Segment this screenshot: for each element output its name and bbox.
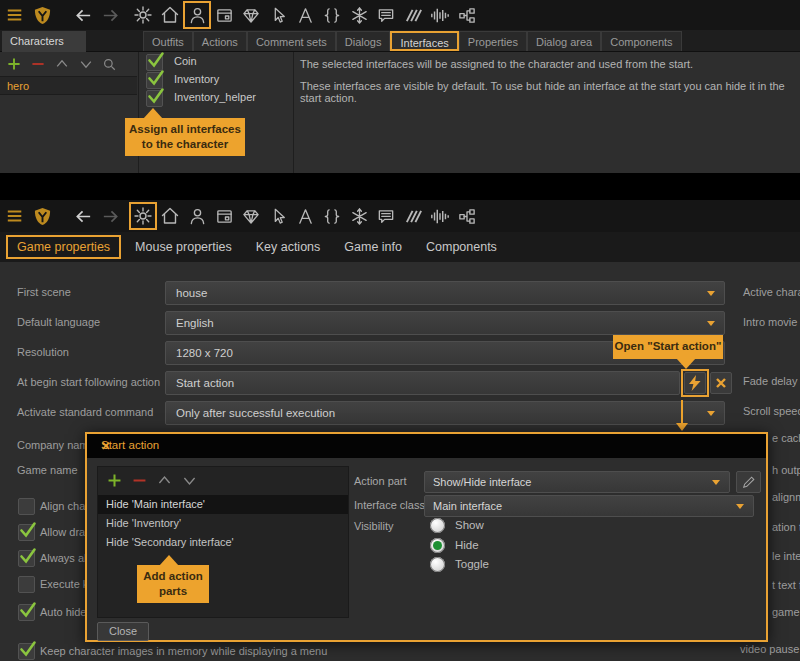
right-column-label-fragment: le intera xyxy=(772,550,800,562)
diamond-icon[interactable] xyxy=(241,5,261,25)
open-action-button[interactable] xyxy=(684,372,706,394)
tab-interfaces[interactable]: Interfaces xyxy=(390,31,458,51)
tab-components[interactable]: Components xyxy=(426,240,497,254)
radio-toggle[interactable] xyxy=(430,557,445,572)
forward-icon[interactable] xyxy=(100,206,120,226)
search-icon[interactable] xyxy=(102,57,117,76)
form-checkbox[interactable] xyxy=(18,604,35,621)
dialog-titlebar[interactable]: Start action ✕ xyxy=(87,434,766,458)
tab-outfits[interactable]: Outfits xyxy=(143,31,193,51)
dropdown-default-language[interactable]: English xyxy=(165,311,725,335)
lightning-icon xyxy=(688,375,702,391)
action-parts-panel: Hide 'Main interface'Hide 'Inventory'Hid… xyxy=(97,466,349,618)
gear-icon[interactable] xyxy=(133,5,153,25)
tab-components[interactable]: Components xyxy=(601,31,681,51)
tab-key-actions[interactable]: Key actions xyxy=(256,240,321,254)
pencil-icon xyxy=(742,475,756,489)
checkbox-label: Keep character images in memory while di… xyxy=(40,645,327,657)
right-column-label-fragment: e cache xyxy=(772,432,800,444)
window-icon[interactable] xyxy=(214,5,234,25)
right-column-label-fragment: game sc xyxy=(772,606,800,618)
snowflake-icon[interactable] xyxy=(349,5,369,25)
interface-row[interactable]: Inventory xyxy=(146,71,291,88)
diamond-icon[interactable] xyxy=(241,206,261,226)
waveform-icon[interactable] xyxy=(430,5,450,25)
radio-show[interactable] xyxy=(430,518,445,533)
interface-checkbox[interactable] xyxy=(146,90,163,107)
menu-icon[interactable] xyxy=(5,206,25,226)
action-part-dropdown[interactable]: Show/Hide interface xyxy=(424,471,730,493)
tab-dialogs[interactable]: Dialogs xyxy=(336,31,391,51)
form-checkbox[interactable] xyxy=(18,550,35,567)
dropdown-activate-standard-command[interactable]: Only after successful execution xyxy=(165,401,725,425)
speech-icon[interactable] xyxy=(376,5,396,25)
chevron-down-icon xyxy=(736,504,744,509)
add-button[interactable] xyxy=(6,56,22,76)
speech-icon[interactable] xyxy=(376,206,396,226)
tab-game-info[interactable]: Game info xyxy=(344,240,402,254)
person-icon[interactable] xyxy=(187,206,207,226)
font-icon[interactable] xyxy=(295,206,315,226)
form-checkbox[interactable] xyxy=(18,643,35,660)
visibility-label: Visibility xyxy=(354,520,394,532)
braces-icon[interactable] xyxy=(322,206,342,226)
waveform-icon[interactable] xyxy=(430,206,450,226)
form-checkbox[interactable] xyxy=(18,576,35,593)
move-part-up-button[interactable] xyxy=(156,472,173,493)
move-up-button[interactable] xyxy=(54,56,70,76)
back-icon[interactable] xyxy=(73,206,93,226)
remove-button[interactable] xyxy=(30,56,46,76)
interface-row[interactable]: Inventory_helper xyxy=(146,89,291,106)
character-list-item-hero[interactable]: hero xyxy=(0,76,137,95)
tab-dialog-area[interactable]: Dialog area xyxy=(527,31,601,51)
waves-icon[interactable] xyxy=(403,206,423,226)
action-part-row[interactable]: Hide 'Main interface' xyxy=(98,495,348,514)
move-part-down-button[interactable] xyxy=(181,472,198,493)
tab-properties[interactable]: Properties xyxy=(459,31,527,51)
checkbox-label: Allow drag xyxy=(40,526,91,538)
dialog-close-icon[interactable]: ✕ xyxy=(101,439,754,453)
callout-add-action-parts: Add action parts xyxy=(137,565,209,603)
tab-comment-sets[interactable]: Comment sets xyxy=(247,31,336,51)
cursor-icon[interactable] xyxy=(268,206,288,226)
back-icon[interactable] xyxy=(73,5,93,25)
chevron-down-icon xyxy=(707,291,715,296)
dropdown-first-scene[interactable]: house xyxy=(165,281,725,305)
tab-game-properties[interactable]: Game properties xyxy=(6,235,121,259)
form-checkbox[interactable] xyxy=(18,524,35,541)
clear-x-icon xyxy=(715,377,727,389)
action-part-row[interactable]: Hide 'Secondary interface' xyxy=(98,533,348,552)
home-icon[interactable] xyxy=(160,5,180,25)
clear-action-button[interactable] xyxy=(710,372,732,394)
panel-divider xyxy=(293,52,294,173)
radio-hide[interactable] xyxy=(430,538,445,553)
action-part-row[interactable]: Hide 'Inventory' xyxy=(98,514,348,533)
form-checkbox[interactable] xyxy=(18,498,35,515)
font-icon[interactable] xyxy=(295,5,315,25)
input-at-begin-start-following-action[interactable]: Start action xyxy=(165,371,680,395)
add-action-part-button[interactable] xyxy=(106,472,123,493)
person-icon[interactable] xyxy=(187,5,207,25)
nodes-icon[interactable] xyxy=(457,206,477,226)
tab-characters[interactable]: Characters xyxy=(2,31,86,52)
pointer-arrowhead xyxy=(676,423,688,431)
braces-icon[interactable] xyxy=(322,5,342,25)
tab-mouse-properties[interactable]: Mouse properties xyxy=(135,240,232,254)
menu-icon[interactable] xyxy=(5,5,25,25)
waves-icon[interactable] xyxy=(403,5,423,25)
nodes-icon[interactable] xyxy=(457,5,477,25)
window-icon[interactable] xyxy=(214,206,234,226)
edit-action-part-button[interactable] xyxy=(736,471,761,493)
interface-class-dropdown[interactable]: Main interface xyxy=(424,495,754,517)
field-label: Activate standard command xyxy=(17,406,153,418)
interface-row[interactable]: Coin xyxy=(146,53,291,70)
home-icon[interactable] xyxy=(160,206,180,226)
tab-actions[interactable]: Actions xyxy=(193,31,247,51)
gear-icon[interactable] xyxy=(133,206,153,226)
cursor-icon[interactable] xyxy=(268,5,288,25)
snowflake-icon[interactable] xyxy=(349,206,369,226)
dialog-close-button[interactable]: Close xyxy=(97,622,149,641)
forward-icon[interactable] xyxy=(100,5,120,25)
move-down-button[interactable] xyxy=(78,56,94,76)
remove-action-part-button[interactable] xyxy=(131,472,148,493)
